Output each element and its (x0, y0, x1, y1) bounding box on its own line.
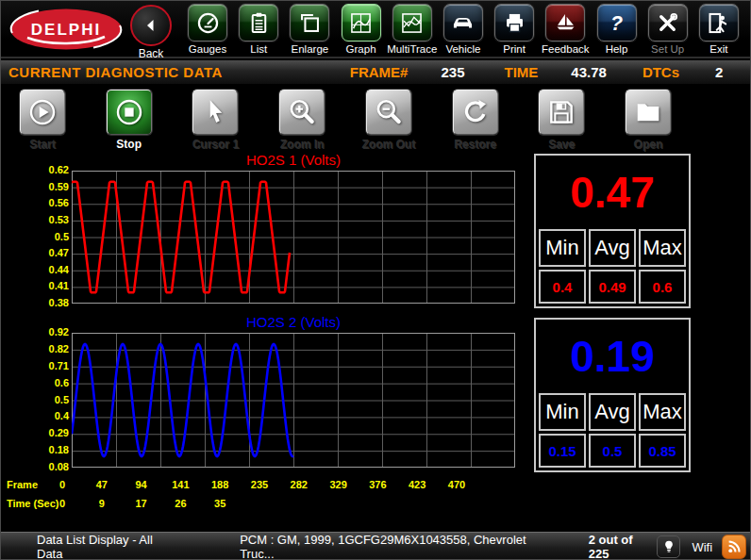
chart-title-1: HO2S 1 (Volts) (72, 152, 515, 168)
frame-axis-label: Frame (7, 479, 38, 490)
toolbar-button-feedback[interactable]: Feedback (540, 4, 591, 55)
x-axis-tick: 9 (86, 498, 118, 509)
toolbar-button-enlarge[interactable]: Enlarge (284, 4, 335, 55)
back-button[interactable]: Back (125, 3, 177, 60)
y-axis-tick: 0.6 (31, 377, 69, 388)
x-axis-tick: 470 (441, 479, 473, 490)
stats-panel-1: 0.47MinAvgMax0.40.490.6 (534, 154, 691, 308)
toolbar-button-print[interactable]: Print (489, 4, 540, 55)
toolbar-button-setup[interactable]: Set Up (643, 4, 693, 55)
graph-toolbar-button-label: Stop (116, 138, 142, 151)
vehicle-icon (443, 4, 483, 41)
x-axis-tick: 188 (204, 479, 236, 490)
y-axis-tick: 0.4 (31, 410, 69, 421)
graph-toolbar-button-stop[interactable]: Stop (99, 90, 159, 151)
page-title: CURRENT DIAGNOSTIC DATA (8, 64, 223, 80)
graph-toolbar-button-save: Save (531, 90, 592, 151)
open-icon (626, 90, 671, 135)
toolbar-button-help[interactable]: ?Help (592, 4, 643, 55)
exit-icon (699, 4, 739, 41)
toolbar-button-vehicle[interactable]: Vehicle (438, 4, 489, 55)
app-window: DELPHI Back GaugesListEnlargeGraphMultiT… (0, 0, 751, 560)
current-value-display: 0.19 (539, 322, 686, 390)
y-axis-tick: 0.59 (31, 181, 69, 192)
dtcs-value: 2 (715, 64, 723, 80)
stats-panel-2: 0.19MinAvgMax0.150.50.85 (534, 318, 691, 472)
toolbar-button-list[interactable]: List (233, 4, 284, 55)
x-axis-tick: 0 (46, 498, 78, 509)
multitrace-icon (392, 4, 432, 41)
top-toolbar: DELPHI Back GaugesListEnlargeGraphMultiT… (1, 1, 751, 58)
status-pcm-text: PCM : GM, 1999, 1GCFG29M6X1043558, Chevr… (240, 533, 562, 560)
current-value-display: 0.47 (539, 158, 686, 226)
x-axis-tick: 423 (401, 479, 433, 490)
y-axis-tick: 0.82 (31, 343, 69, 354)
time-label: TIME (504, 64, 538, 80)
stats-header-cell: Max (639, 229, 686, 267)
zoom-out-icon (366, 90, 411, 135)
graph-toolbar-button-label: Start (29, 138, 55, 151)
start-icon (20, 90, 65, 135)
x-axis-tick: 376 (361, 479, 393, 490)
bulb-icon[interactable] (657, 535, 681, 558)
x-axis-tick: 329 (323, 479, 355, 490)
y-axis-tick: 0.5 (31, 394, 69, 405)
stats-max-value: 0.85 (639, 434, 686, 468)
stats-header-cell: Min (539, 393, 586, 431)
stop-icon (107, 90, 152, 135)
graph-toolbar-button-zoom-out: Zoom Out (359, 90, 419, 151)
toolbar-button-label: Graph (346, 43, 376, 55)
chart-title-2: HO2S 2 (Volts) (72, 314, 515, 330)
chart-plot-1 (72, 171, 515, 304)
dtcs-label: DTCs (643, 64, 679, 80)
x-axis-tick: 47 (86, 479, 118, 490)
y-axis-tick: 0.47 (31, 247, 69, 258)
stats-avg-value: 0.49 (589, 270, 636, 304)
stats-header-cell: Avg (589, 393, 636, 431)
back-button-label: Back (125, 47, 177, 60)
restore-icon (453, 90, 498, 135)
setup-icon (648, 4, 688, 41)
gauges-icon (188, 4, 227, 41)
toolbar-button-label: List (250, 43, 267, 55)
feedback-icon (545, 4, 585, 41)
toolbar-button-label: Enlarge (292, 43, 329, 55)
graph-toolbar-button-label: Open (634, 138, 663, 151)
rss-wireless-icon[interactable] (722, 535, 746, 559)
cursor1-icon (192, 90, 238, 135)
x-axis-tick: 94 (125, 479, 158, 490)
graph-toolbar-button-label: Cursor 1 (192, 138, 239, 151)
graph-toolbar-button-label: Zoom In (280, 138, 325, 151)
toolbar-button-graph[interactable]: Graph (336, 4, 387, 55)
chart-plot-2 (72, 333, 515, 468)
x-axis-tick: 141 (164, 479, 196, 490)
toolbar-button-exit[interactable]: Exit (693, 4, 744, 55)
x-axis-tick: 235 (243, 479, 275, 490)
stats-min-value: 0.4 (539, 270, 586, 304)
time-value: 43.78 (571, 64, 607, 80)
graph-toolbar-button-zoom-in: Zoom In (272, 90, 332, 151)
graph-toolbar-button-start: Start (12, 90, 73, 151)
y-axis-tick: 0.38 (31, 297, 69, 308)
stats-header-cell: Min (539, 229, 586, 267)
y-axis-tick: 0.53 (31, 214, 69, 225)
stats-avg-value: 0.5 (589, 434, 636, 468)
y-axis-tick: 0.18 (31, 444, 69, 455)
y-axis-tick: 0.29 (31, 427, 69, 438)
help-icon: ? (597, 4, 637, 41)
print-icon (494, 4, 534, 41)
y-axis-tick: 0.71 (31, 360, 69, 371)
graph-toolbar-button-label: Save (548, 138, 575, 151)
svg-text:?: ? (610, 11, 623, 34)
toolbar-button-label: Set Up (651, 43, 684, 55)
status-mode-text: Data List Display - All Data (37, 533, 181, 560)
toolbar-button-gauges[interactable]: Gauges (182, 4, 233, 55)
toolbar-button-label: Help (606, 43, 628, 55)
toolbar-button-label: Vehicle (445, 43, 480, 55)
y-axis-tick: 0.41 (31, 280, 69, 291)
y-axis-tick: 0.92 (31, 326, 69, 338)
toolbar-button-multitrace[interactable]: MultiTrace (387, 4, 438, 55)
stats-header-cell: Max (639, 393, 686, 431)
stats-min-value: 0.15 (539, 434, 586, 468)
graph-toolbar-button-label: Zoom Out (361, 138, 415, 151)
